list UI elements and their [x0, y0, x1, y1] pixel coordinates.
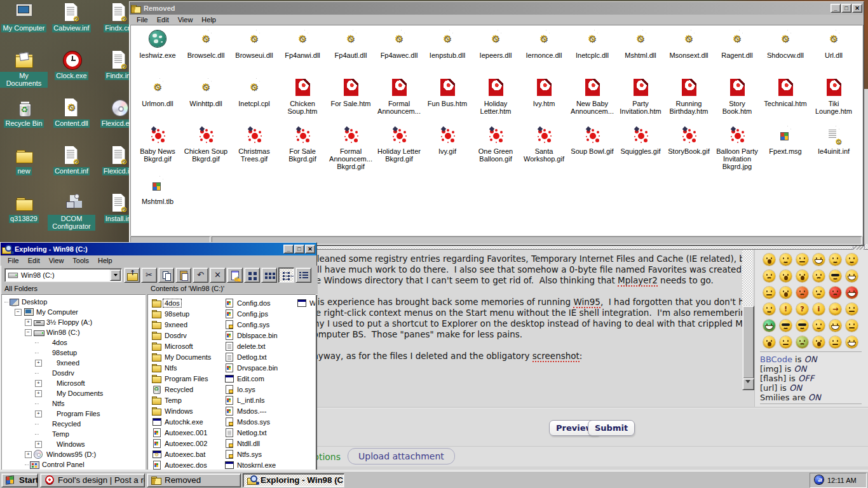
list-item-l-intl-nls[interactable]: L_intl.nls — [224, 395, 295, 405]
list-item-delete-txt[interactable]: delete.txt — [224, 341, 295, 351]
explorer-menu-view[interactable]: View — [44, 256, 69, 265]
tree-item-4dos[interactable]: 4dos — [4, 337, 146, 348]
file-icon-item[interactable]: Christmas Trees.gif — [230, 125, 278, 163]
toolbar-undo-button[interactable]: ↶ — [193, 268, 208, 283]
file-icon-item[interactable]: Ivy.gif — [423, 125, 471, 155]
list-item-edit-com[interactable]: Edit.com — [224, 373, 295, 384]
tree-item-98setup[interactable]: 98setup — [4, 348, 146, 358]
file-icon-item[interactable]: Ivy.htm — [520, 78, 568, 107]
list-item-drvspace-bin[interactable]: Drvspace.bin — [224, 362, 295, 373]
file-icon-item[interactable]: Technical.htm — [761, 78, 810, 107]
file-icon-item[interactable]: Mshtml.dll — [616, 29, 665, 59]
explorer-menu-help[interactable]: Help — [93, 256, 117, 265]
removed-menu-file[interactable]: File — [132, 15, 153, 24]
file-icon-item[interactable]: Formal Announcem... Bkgrd.gif — [327, 125, 375, 170]
tree-item-windows95-d-[interactable]: +Windows95 (D:) — [4, 449, 146, 459]
list-item-recycled[interactable]: Recycled — [152, 384, 223, 395]
contents-pane[interactable]: 4dos98setup9xneedDosdrvMicrosoftMy Docum… — [147, 294, 316, 488]
smiley-cool[interactable] — [829, 270, 841, 282]
list-item-98setup[interactable]: 98setup — [152, 308, 223, 319]
tree-item-3-floppy-a-[interactable]: +3½ Floppy (A:) — [4, 317, 146, 327]
smiley-mad[interactable] — [763, 287, 775, 299]
start-button[interactable]: Start — [1, 473, 38, 487]
file-icon-item[interactable]: Soup Bowl.gif — [568, 125, 616, 155]
desktop-icon-my-documents[interactable]: My Documents — [0, 50, 48, 88]
taskbar-task-folder-open[interactable]: Removed — [147, 473, 241, 487]
list-item-9xneed[interactable]: 9xneed — [152, 319, 223, 330]
file-icon-item[interactable]: Running Birthday.htm — [665, 78, 713, 115]
list-item-detlog-txt[interactable]: Detlog.txt — [224, 351, 295, 362]
tree-item-ntfs[interactable]: Ntfs — [4, 398, 146, 409]
file-icon-item[interactable]: Ieshwiz.exe — [133, 29, 182, 59]
list-item-ntdll-dll[interactable]: Ntdll.dll — [224, 438, 295, 449]
close-button[interactable]: ✕ — [305, 245, 315, 254]
smiley-shocked[interactable] — [780, 270, 792, 282]
file-icon-item[interactable]: Fun Bus.htm — [423, 78, 471, 107]
smiley-arrow[interactable] — [829, 303, 841, 315]
file-icon-item[interactable]: Iernonce.dll — [520, 29, 568, 59]
removed-menu-help[interactable]: Help — [197, 15, 220, 24]
file-icon-item[interactable]: Holiday Letter Bkgrd.gif — [375, 125, 423, 163]
desktop-icon-content-inf[interactable]: Content.inf — [48, 146, 95, 175]
toolbar-props-button[interactable] — [227, 268, 243, 283]
list-item-config-sys[interactable]: Config.sys — [224, 319, 295, 330]
smiley-geek[interactable] — [780, 320, 792, 332]
desktop-icon-new[interactable]: new — [0, 146, 48, 175]
smiley-think[interactable] — [813, 320, 825, 332]
textarea-scrollbar-thumb[interactable] — [742, 306, 754, 379]
list-item-program-files[interactable]: Program Files — [152, 373, 223, 384]
tree-item-9xneed[interactable]: +9xneed — [4, 358, 146, 368]
file-icon-item[interactable]: Iepeers.dll — [471, 29, 520, 59]
file-icon-item[interactable]: StoryBook.gif — [665, 125, 713, 155]
smiley-worried[interactable] — [813, 270, 825, 282]
smiley-evil[interactable] — [829, 287, 841, 299]
file-icon-item[interactable]: Ie4uinit.inf — [810, 125, 858, 155]
expand-icon[interactable]: + — [35, 380, 42, 387]
smiley-eek[interactable] — [796, 270, 808, 282]
tab-options[interactable]: Options — [316, 452, 341, 462]
explorer-menu-tools[interactable]: Tools — [68, 256, 93, 265]
tree-item-control-panel[interactable]: Control Panel — [4, 459, 146, 470]
smiley-chin[interactable] — [829, 336, 841, 348]
tree-item-recycled[interactable]: Recycled — [4, 419, 146, 429]
list-item-w98[interactable]: W98 — [297, 297, 316, 308]
list-item-my-documents[interactable]: My Documents — [152, 351, 223, 362]
smiley-wave[interactable] — [846, 336, 858, 348]
file-icon-item[interactable]: Baby News Bkgrd.gif — [133, 125, 182, 163]
list-item-autoexec-001[interactable]: Autoexec.001 — [152, 427, 223, 438]
list-item-autoexec-bat[interactable]: Autoexec.bat — [152, 449, 223, 459]
explorer-menu-file[interactable]: File — [3, 256, 24, 265]
file-icon-item[interactable]: New Baby Announcem... — [568, 78, 616, 115]
file-icon-item[interactable]: Inetcplc.dll — [568, 29, 616, 59]
bbcode-link[interactable]: BBCode — [760, 355, 792, 364]
file-icon-item[interactable]: Mshtml.tlb — [133, 175, 182, 205]
expand-icon[interactable]: + — [35, 441, 42, 448]
desktop-icon-clock-exe[interactable]: Clock.exe — [48, 50, 95, 80]
toolbar-cut-button[interactable]: ✂ — [141, 268, 157, 283]
file-icon-item[interactable]: Ragent.dll — [713, 29, 761, 59]
smiley-razz[interactable] — [780, 287, 792, 299]
list-item-windows[interactable]: Windows — [152, 405, 223, 416]
tree-item-desktop[interactable]: Desktop — [4, 297, 146, 307]
desktop-icon-cabview-inf[interactable]: Cabview.inf — [48, 3, 95, 32]
file-icon-item[interactable]: Fp4awec.dll — [375, 29, 423, 59]
toolbar-vlarge-button[interactable] — [244, 268, 260, 283]
smiley-lol[interactable] — [846, 270, 858, 282]
smiley-yawn[interactable] — [763, 254, 775, 266]
tree-item-my-computer[interactable]: −My Computer — [4, 307, 146, 317]
minimize-button[interactable]: _ — [831, 4, 841, 13]
desktop-icon-content-dll[interactable]: Content.dll — [48, 98, 95, 128]
tab-upload-attachment[interactable]: Upload attachment — [348, 448, 455, 464]
toolbar-copy-button[interactable] — [158, 268, 174, 283]
smiley-happy[interactable] — [780, 254, 792, 266]
file-icon-item[interactable]: Fp4autl.dll — [327, 29, 375, 59]
file-icon-item[interactable]: Tiki Lounge.htm — [810, 78, 858, 115]
file-icon-item[interactable]: Winhttp.dll — [182, 78, 230, 107]
smiley-laughing[interactable] — [829, 320, 841, 332]
taskbar-task-opera[interactable]: Fool's design | Post a reply... — [40, 473, 145, 487]
list-item-ntfs-sys[interactable]: Ntfs.sys — [224, 449, 295, 459]
minimize-button[interactable]: _ — [283, 245, 294, 254]
expand-icon[interactable]: + — [25, 451, 32, 458]
reply-textarea[interactable]: I cleaned some registry entries regardin… — [316, 250, 742, 389]
toolbar-vlist-button[interactable] — [278, 268, 294, 283]
